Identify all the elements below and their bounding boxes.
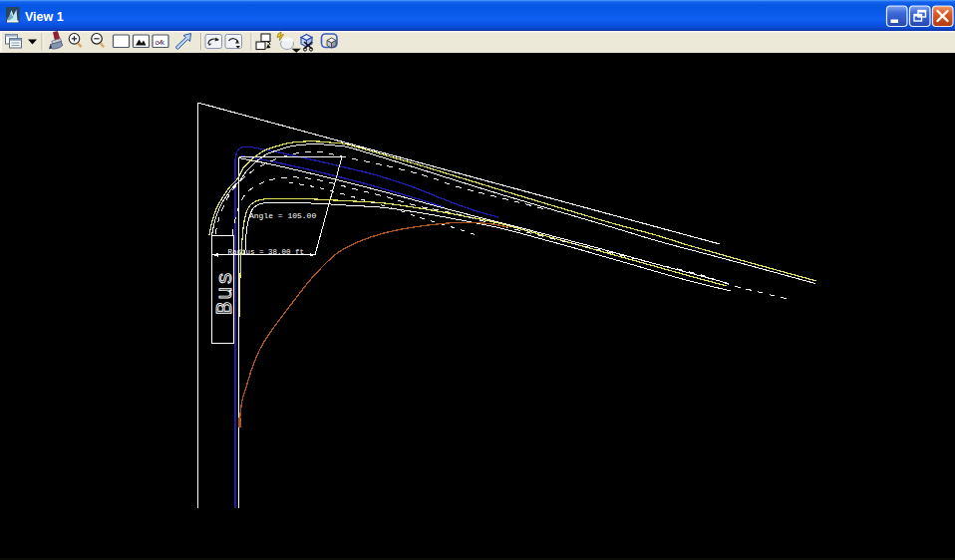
svg-text:Bus: Bus	[213, 270, 238, 315]
svg-text:Angle = 105.00: Angle = 105.00	[249, 211, 316, 220]
svg-text:View 1: View 1	[25, 10, 64, 24]
svg-text:Radius = 38.00 ft: Radius = 38.00 ft	[228, 248, 305, 256]
